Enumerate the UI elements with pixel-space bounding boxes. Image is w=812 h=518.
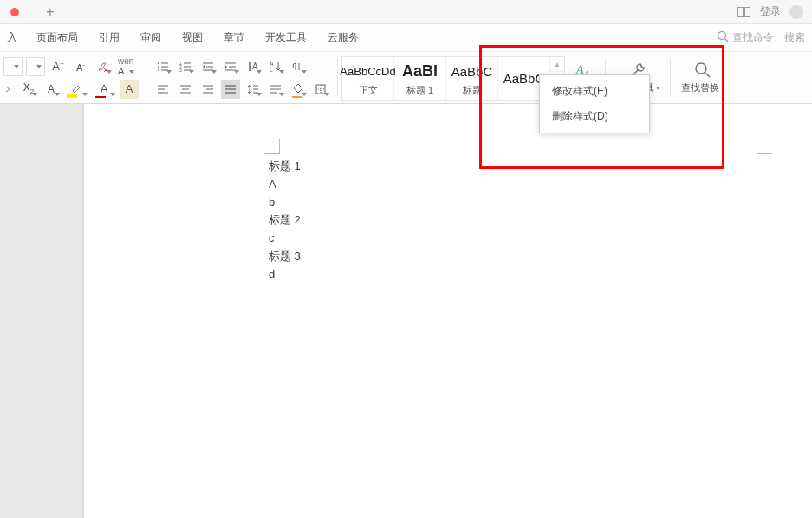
decrease-font-button[interactable]: A- — [71, 57, 90, 76]
svg-text:L: L — [270, 67, 273, 73]
svg-line-3 — [725, 39, 729, 42]
svg-rect-0 — [738, 7, 744, 16]
style-heading1[interactable]: AaBl 标题 1 — [394, 57, 446, 100]
align-left-button[interactable] — [153, 80, 172, 99]
style-scroll-up[interactable]: ▲ — [550, 57, 564, 72]
menu-page-layout[interactable]: 页面布局 — [26, 25, 88, 50]
delete-style-item[interactable]: 删除样式(D) — [540, 104, 649, 129]
close-window-icon[interactable] — [10, 8, 19, 16]
document-body[interactable]: 标题 1 A b 标题 2 c 标题 3 d — [269, 158, 754, 284]
svg-point-8 — [158, 66, 159, 68]
search-icon[interactable] — [717, 30, 729, 45]
svg-point-2 — [718, 32, 726, 40]
clear-format-button[interactable] — [94, 57, 113, 76]
find-replace-label: 查找替换 — [681, 81, 719, 94]
titlebar-left: + — [5, 3, 59, 21]
separator — [146, 59, 146, 96]
doc-line[interactable]: A — [269, 176, 754, 194]
menu-left: 入 页面布局 引用 审阅 视图 章节 开发工具 云服务 — [3, 25, 369, 50]
window-mode-icon[interactable] — [737, 7, 751, 17]
svg-text:3: 3 — [179, 68, 182, 72]
title-bar: + 登录 — [0, 0, 812, 24]
styles-gallery: AaBbCcDd 正文 AaBl 标题 1 AaBbC 标题 AaBbC ▲ ▼… — [341, 56, 565, 101]
titlebar-right: 登录 — [737, 4, 807, 19]
font-color-button[interactable]: A — [92, 80, 116, 99]
show-marks-button[interactable] — [289, 57, 308, 76]
login-link[interactable]: 登录 — [760, 4, 781, 19]
style-label: 标题 1 — [406, 84, 433, 97]
font-name-select[interactable] — [3, 57, 23, 76]
subscript-button[interactable]: X2 — [19, 80, 38, 99]
separator — [670, 59, 671, 96]
align-right-button[interactable] — [198, 80, 218, 99]
menu-bar: 入 页面布局 引用 审阅 视图 章节 开发工具 云服务 查找命令、搜索 — [0, 24, 812, 52]
doc-line[interactable]: 标题 3 — [269, 248, 754, 266]
toolbar: A+ A- wénA X2 A A A — [0, 52, 812, 104]
number-list-button[interactable]: 123 — [176, 57, 195, 76]
doc-line[interactable]: d — [269, 266, 754, 284]
distribute-button[interactable] — [266, 80, 285, 99]
align-center-button[interactable] — [176, 80, 195, 99]
decrease-indent-button[interactable] — [198, 57, 218, 76]
svg-point-10 — [158, 69, 159, 71]
new-tab-button[interactable]: + — [42, 3, 59, 21]
style-preview: AaBl — [402, 62, 438, 82]
svg-text:‖A: ‖A — [248, 62, 258, 71]
menu-chapters[interactable]: 章节 — [213, 25, 255, 50]
highlight-button[interactable] — [64, 80, 88, 99]
font-size-select[interactable] — [26, 57, 45, 76]
phonetic-guide-button[interactable]: wénA — [116, 57, 135, 76]
search-icon — [693, 61, 712, 80]
menu-view[interactable]: 视图 — [172, 25, 213, 50]
svg-rect-1 — [745, 7, 750, 16]
svg-point-50 — [696, 63, 706, 74]
avatar-icon[interactable] — [789, 5, 803, 19]
menu-review[interactable]: 审阅 — [130, 25, 172, 50]
paragraph-group: 123 ‖A AL — [150, 54, 334, 101]
style-label: 正文 — [359, 84, 378, 97]
text-direction-button[interactable]: ‖A — [244, 57, 263, 76]
shading-button[interactable] — [289, 80, 308, 99]
menu-references[interactable]: 引用 — [88, 25, 130, 50]
search-hint[interactable]: 查找命令、搜索 — [732, 30, 805, 45]
style-heading[interactable]: AaBbC 标题 — [446, 57, 498, 100]
line-spacing-button[interactable] — [244, 80, 263, 99]
sort-button[interactable]: AL — [266, 57, 285, 76]
increase-indent-button[interactable] — [221, 57, 240, 76]
svg-line-51 — [705, 73, 710, 77]
borders-button[interactable] — [311, 80, 330, 99]
menu-cloud[interactable]: 云服务 — [317, 25, 369, 50]
increase-font-button[interactable]: A+ — [49, 57, 68, 76]
bullet-list-button[interactable] — [153, 57, 172, 76]
cut-left-icon[interactable] — [3, 80, 16, 99]
char-shading-button[interactable]: A — [120, 80, 139, 99]
svg-text:A: A — [270, 61, 274, 67]
doc-line[interactable]: 标题 2 — [269, 211, 754, 230]
margin-corner-icon — [757, 139, 772, 154]
style-preview: AaBbCcDd — [340, 62, 395, 82]
doc-line[interactable]: 标题 1 — [269, 158, 754, 176]
align-justify-button[interactable] — [221, 80, 240, 99]
menu-dev-tools[interactable]: 开发工具 — [255, 25, 317, 50]
style-preview: AaBbC — [451, 62, 493, 82]
style-context-menu: 修改样式(E) 删除样式(D) — [539, 74, 650, 133]
svg-point-6 — [158, 62, 159, 64]
find-replace-button[interactable]: 查找替换▾ — [674, 54, 731, 101]
modify-style-item[interactable]: 修改样式(E) — [540, 79, 649, 104]
menu-right: 查找命令、搜索 — [717, 30, 809, 45]
doc-line[interactable]: c — [269, 230, 754, 248]
change-case-button[interactable]: A — [42, 80, 61, 99]
menu-insert[interactable]: 入 — [3, 25, 26, 50]
page[interactable]: 标题 1 A b 标题 2 c 标题 3 d — [84, 104, 812, 518]
separator — [337, 59, 338, 96]
style-label: 标题 — [463, 84, 482, 97]
font-group: A+ A- wénA X2 A A A — [0, 54, 142, 101]
workspace: 标题 1 A b 标题 2 c 标题 3 d — [0, 104, 812, 518]
margin-corner-icon — [264, 139, 280, 154]
doc-line[interactable]: b — [269, 194, 754, 212]
style-normal[interactable]: AaBbCcDd 正文 — [342, 57, 394, 100]
